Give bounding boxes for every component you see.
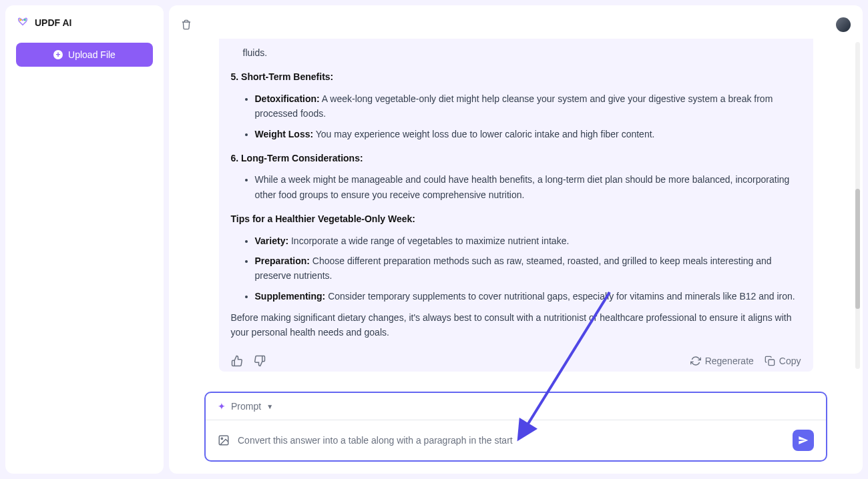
content-area: fluids. 5. Short-Term Benefits: Detoxifi… bbox=[181, 39, 851, 372]
send-icon bbox=[798, 435, 809, 446]
thumbs-up-icon[interactable] bbox=[231, 355, 243, 367]
upload-label: Upload File bbox=[68, 49, 116, 60]
variety-item: Variety: Incorporate a wide range of veg… bbox=[255, 233, 801, 248]
section-5-heading: 5. Short-Term Benefits: bbox=[231, 69, 801, 84]
svg-rect-2 bbox=[769, 360, 775, 366]
closing-paragraph: Before making significant dietary change… bbox=[231, 310, 801, 340]
supp-item: Supplementing: Consider temporary supple… bbox=[255, 289, 801, 304]
trash-icon[interactable] bbox=[181, 19, 192, 30]
sparkle-icon: ✦ bbox=[218, 401, 226, 412]
main-panel: fluids. 5. Short-Term Benefits: Detoxifi… bbox=[169, 5, 863, 474]
prompt-selector[interactable]: ✦ Prompt ▼ bbox=[206, 393, 826, 420]
upload-file-button[interactable]: + Upload File bbox=[16, 43, 153, 67]
sidebar: UPDF AI + Upload File bbox=[5, 5, 164, 474]
app-name: UPDF AI bbox=[35, 17, 71, 28]
sidebar-header: UPDF AI bbox=[16, 16, 153, 29]
scrollbar[interactable] bbox=[855, 42, 860, 369]
prompt-label: Prompt bbox=[231, 401, 261, 412]
prompt-area: ✦ Prompt ▼ bbox=[204, 392, 827, 462]
copy-button[interactable]: Copy bbox=[765, 354, 801, 368]
app-logo-icon bbox=[16, 16, 29, 29]
fluids-trail: fluids. bbox=[231, 45, 801, 60]
image-icon[interactable] bbox=[218, 434, 230, 446]
prompt-input[interactable] bbox=[238, 435, 785, 446]
prompt-input-row bbox=[206, 420, 826, 460]
copy-icon bbox=[765, 356, 775, 366]
send-button[interactable] bbox=[793, 430, 814, 451]
prep-item: Preparation: Choose different preparatio… bbox=[255, 254, 801, 284]
weight-item: Weight Loss: You may experience weight l… bbox=[255, 127, 801, 141]
scrollbar-thumb[interactable] bbox=[855, 189, 860, 309]
regenerate-button[interactable]: Regenerate bbox=[690, 354, 754, 368]
main-header bbox=[181, 17, 851, 32]
svg-point-1 bbox=[24, 19, 26, 21]
regenerate-icon bbox=[690, 356, 701, 366]
avatar[interactable] bbox=[836, 17, 851, 32]
thumbs-down-icon[interactable] bbox=[254, 355, 266, 367]
svg-point-0 bbox=[19, 19, 21, 21]
chevron-down-icon: ▼ bbox=[266, 403, 273, 410]
card-actions: Regenerate Copy bbox=[231, 354, 801, 368]
longterm-item: While a week might be manageable and cou… bbox=[255, 172, 801, 202]
svg-point-4 bbox=[221, 438, 222, 439]
section-6-heading: 6. Long-Term Considerations: bbox=[231, 151, 801, 165]
answer-card: fluids. 5. Short-Term Benefits: Detoxifi… bbox=[219, 39, 813, 372]
plus-icon: + bbox=[53, 50, 63, 59]
tips-heading: Tips for a Healthier Vegetable-Only Week… bbox=[231, 211, 801, 226]
detox-item: Detoxification: A week-long vegetable-on… bbox=[255, 91, 801, 121]
